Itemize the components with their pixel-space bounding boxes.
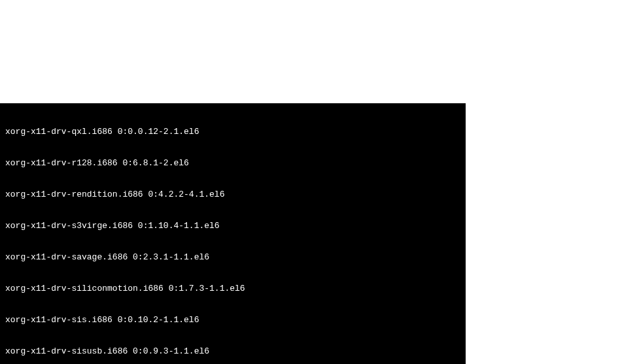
package-line: xorg-x11-drv-s3virge.i686 0:1.10.4-1.1.e… bbox=[5, 221, 460, 231]
package-line: xorg-x11-drv-sisusb.i686 0:0.9.3-1.1.el6 bbox=[5, 346, 460, 357]
package-line: xorg-x11-drv-savage.i686 0:2.3.1-1.1.el6 bbox=[5, 252, 460, 263]
package-line: xorg-x11-drv-r128.i686 0:6.8.1-2.el6 bbox=[5, 158, 460, 169]
terminal-window[interactable]: xorg-x11-drv-qxl.i686 0:0.0.12-2.1.el6 x… bbox=[0, 103, 466, 364]
package-line: xorg-x11-drv-rendition.i686 0:4.2.2-4.1.… bbox=[5, 190, 460, 200]
package-line: xorg-x11-drv-sis.i686 0:0.10.2-1.1.el6 bbox=[5, 315, 460, 325]
package-line: xorg-x11-drv-siliconmotion.i686 0:1.7.3-… bbox=[5, 284, 460, 294]
package-line: xorg-x11-drv-qxl.i686 0:0.0.12-2.1.el6 bbox=[5, 127, 460, 137]
